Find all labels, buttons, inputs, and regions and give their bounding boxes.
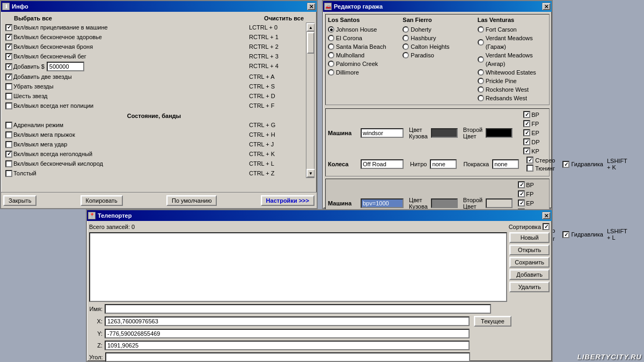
radio-paradiso[interactable] — [402, 52, 409, 58]
checkbox-stars2[interactable] — [5, 73, 12, 80]
checkbox-aiming[interactable] — [5, 24, 12, 31]
info-title: Инфо — [12, 3, 28, 10]
checkbox-6stars[interactable] — [5, 93, 12, 100]
checkbox-mega-hit[interactable] — [5, 141, 12, 148]
new-button[interactable]: Новый — [509, 232, 550, 243]
select-all-label[interactable]: Выбрать все — [14, 15, 52, 21]
stereo-label-1: Стерео — [535, 157, 555, 164]
add-button[interactable]: Добавить — [509, 269, 550, 280]
nitro-select-wrapper-1: none — [430, 159, 457, 169]
nitro-select-1[interactable]: none — [430, 159, 457, 169]
checkbox-stereo-1[interactable] — [526, 157, 533, 164]
paint-label-1: Покраска — [463, 161, 489, 167]
radio-redsands[interactable] — [478, 95, 484, 101]
list-item: Whitewood Estates — [478, 68, 547, 77]
teleporter-close-button[interactable]: ✕ — [542, 212, 551, 219]
checkbox-run[interactable] — [5, 53, 12, 60]
settings-button[interactable]: Настройки >>> — [261, 195, 314, 206]
sort-label: Сортировка — [509, 224, 541, 230]
list-item: Calton Heights — [402, 42, 472, 51]
total-records: Всего записей: 0 — [89, 224, 135, 230]
checkbox-adrenaline[interactable] — [5, 122, 12, 129]
checkbox-bp-1[interactable] — [523, 111, 530, 118]
scrollbar-up[interactable]: ▲ — [306, 23, 314, 32]
copy-button[interactable]: Копировать — [80, 195, 123, 206]
radio-verdant-hangar[interactable] — [478, 56, 484, 63]
checkbox-remove-stars[interactable] — [5, 83, 12, 90]
z-input[interactable] — [105, 341, 470, 350]
delete-button[interactable]: Удалить — [509, 282, 550, 292]
radio-el-corona[interactable] — [328, 35, 334, 41]
radio-prickle[interactable] — [478, 78, 484, 84]
checkbox-ep-2[interactable] — [518, 200, 525, 206]
checkbox-hydraulics-1[interactable] — [562, 161, 569, 168]
teleporter-header: Всего записей: 0 Сортировка — [89, 223, 550, 230]
x-input[interactable] — [105, 316, 470, 326]
radio-verdant-garage[interactable] — [478, 39, 484, 46]
radio-mulholland[interactable] — [328, 52, 334, 58]
checkbox-hydraulics-2[interactable] — [562, 231, 569, 238]
checkbox-oxygen[interactable] — [5, 160, 12, 167]
teleporter-list[interactable] — [89, 232, 507, 302]
checkbox-health[interactable] — [5, 34, 12, 41]
open-button[interactable]: Открыть — [509, 245, 550, 255]
radio-fort-carson[interactable] — [478, 26, 484, 33]
name-input[interactable] — [105, 304, 491, 314]
radio-johnson-house[interactable] — [328, 26, 334, 33]
garage-close-button[interactable]: ✕ — [542, 3, 551, 10]
checkbox-police[interactable] — [5, 102, 12, 109]
checkbox-mega-jump[interactable] — [5, 131, 12, 138]
radio-hashbury[interactable] — [402, 35, 409, 41]
checkbox-fat[interactable] — [5, 170, 12, 177]
default-button[interactable]: По умолчанию — [166, 195, 217, 206]
sort-checkbox[interactable] — [543, 223, 550, 230]
close-button[interactable]: Закрыть — [3, 195, 36, 206]
list-item: Verdant Meadows (Ангар) — [478, 51, 547, 68]
color2-select-1[interactable] — [486, 128, 513, 138]
checkbox-tuning-1[interactable] — [526, 165, 533, 172]
info-close-button[interactable]: ✕ — [307, 3, 316, 10]
radio-dillimore[interactable] — [328, 69, 334, 76]
checkbox-fp-2[interactable] — [518, 190, 525, 197]
list-item: Redsands West — [478, 94, 547, 102]
checkbox-kp-1[interactable] — [523, 147, 530, 154]
info-scrollbar[interactable]: ▲ ▼ — [306, 23, 314, 178]
color1-select-2[interactable] — [431, 198, 458, 208]
radio-whitewood[interactable] — [478, 69, 484, 76]
list-item: Толстый CTRL + Z — [3, 168, 305, 178]
scrollbar-thumb[interactable] — [307, 32, 314, 54]
checkbox-money[interactable] — [5, 63, 12, 70]
checkbox-never-hungry[interactable] — [5, 151, 12, 158]
checkbox-ep-1[interactable] — [523, 129, 530, 136]
checkbox-dp-1[interactable] — [523, 138, 530, 145]
z-label: Z: — [89, 342, 103, 349]
current-button[interactable]: Текущее — [474, 316, 511, 327]
color1-select-1[interactable] — [431, 128, 458, 138]
wheels-select-1[interactable]: Off Road — [361, 159, 404, 169]
checkbox-armor[interactable] — [5, 43, 12, 50]
machine-label-2: Машина — [328, 200, 357, 206]
z-field-row: Z: — [89, 341, 550, 350]
scrollbar-down[interactable]: ▼ — [306, 169, 314, 178]
radio-palomino[interactable] — [328, 61, 334, 67]
checkbox-fp-1[interactable] — [523, 120, 530, 127]
teleporter-window: 📍 Телепортер ✕ Всего записей: 0 Сортиров… — [86, 209, 553, 362]
radio-rockshore[interactable] — [478, 86, 484, 93]
vehicle-slot-1: Машина windsor Цвет Кузова Второй Цвет — [325, 108, 550, 176]
color2-select-2[interactable] — [486, 198, 513, 208]
location-section: Los Santos Johnson House El Corona Santa… — [325, 14, 550, 105]
angle-field-row: Угол: — [89, 352, 550, 362]
save-button[interactable]: Сохранить — [509, 257, 550, 268]
radio-santa-maria[interactable] — [328, 43, 334, 50]
checkbox-bp-2[interactable] — [518, 181, 525, 188]
machine-select-1[interactable]: windsor — [361, 128, 404, 138]
y-input[interactable] — [105, 329, 470, 338]
radio-doherty[interactable] — [402, 26, 409, 33]
radio-calton[interactable] — [402, 43, 409, 50]
list-item: Palomino Creek — [328, 60, 397, 68]
money-input[interactable] — [47, 62, 84, 71]
paint-select-1[interactable]: none — [492, 159, 519, 169]
machine-select-2[interactable]: bpv=1000 — [361, 198, 404, 208]
angle-input[interactable] — [105, 352, 470, 362]
clear-all-label[interactable]: Очистить все — [264, 15, 304, 21]
